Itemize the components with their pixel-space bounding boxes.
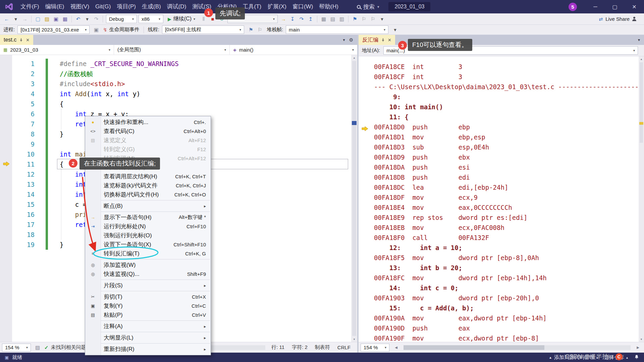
close-tab-icon[interactable]: ✕ xyxy=(388,38,391,43)
disassembly-line[interactable]: 00FA18D3 sub esp,0E4h xyxy=(359,142,639,152)
navigate-back-menu-icon[interactable]: ▾ xyxy=(12,15,20,23)
scrollbar-thumb[interactable] xyxy=(352,61,356,336)
line-indicator[interactable]: 行: 11 xyxy=(271,344,284,351)
disassembly-vertical-scrollbar[interactable]: ▴ ▾ xyxy=(639,56,644,342)
disassembly-line[interactable]: 00FA18E4 mov eax,0CCCCCCCCh xyxy=(359,202,639,213)
context-menu-item[interactable]: ⇥运行到光标处(N)Ctrl+F10 xyxy=(85,222,211,231)
disassembly-line[interactable]: 9: xyxy=(359,92,639,102)
disassembly-line[interactable]: 00FA18CF int 3 xyxy=(359,72,639,82)
menubar-item[interactable]: 调试(D) xyxy=(164,0,190,13)
scroll-up-icon[interactable]: ▴ xyxy=(639,57,644,61)
disassembly-line[interactable]: 00FA18CE int 3 xyxy=(359,62,639,72)
stackframe-dropdown[interactable]: main▾ xyxy=(286,25,388,34)
close-tab-icon[interactable]: ✕ xyxy=(26,38,30,43)
code-line[interactable]: 4int Add(int x, int y) xyxy=(0,89,351,99)
context-menu-item[interactable]: 片段(S)▸ xyxy=(85,281,211,290)
context-menu-item[interactable]: ◎快速监视(Q)...Shift+F9 xyxy=(85,269,211,279)
prev-bookmark-icon[interactable]: ⚐ xyxy=(360,15,368,23)
scrollbar-thumb[interactable] xyxy=(640,62,643,143)
code-line[interactable]: 2//函数栈帧 xyxy=(0,69,351,79)
disassembly-line[interactable]: 00FA18EB mov ecx,0FAC008h xyxy=(359,223,639,233)
disassembly-line[interactable]: 12: int a = 10; xyxy=(359,243,639,253)
lifecycle-events-button[interactable]: ↯ 生命周期事件 xyxy=(103,26,140,33)
scroll-right-icon[interactable]: ▶ xyxy=(634,344,642,352)
disassembly-line[interactable]: 00FA18D1 mov ebp,esp xyxy=(359,132,639,142)
show-threads-in-source-icon[interactable]: ⚑ xyxy=(247,26,255,34)
step-out-icon[interactable]: ↥ xyxy=(307,15,315,23)
context-menu-item[interactable]: 注释(A)▸ xyxy=(85,322,211,331)
pin-icon[interactable] xyxy=(19,38,23,42)
zoom-dropdown[interactable]: 154 %▾ xyxy=(361,344,389,352)
disassembly-line[interactable]: 10: int main() xyxy=(359,102,639,112)
solution-platform-dropdown[interactable]: x86▾ xyxy=(139,15,163,23)
document-health-indicator[interactable]: ✓ 未找到相关问题 xyxy=(44,344,86,351)
scroll-up-icon[interactable]: ▴ xyxy=(351,56,357,59)
tabs-indicator[interactable]: 制表符 xyxy=(315,344,330,351)
chevron-down-icon[interactable]: ▾ xyxy=(638,38,640,42)
toolbar-overflow-icon[interactable]: ▾ xyxy=(391,26,399,34)
step-into-icon[interactable]: ↧ xyxy=(288,15,297,23)
disassembly-line[interactable]: 00FA18D9 push ebx xyxy=(359,152,639,162)
context-menu-item[interactable]: 大纲显示(L)▸ xyxy=(85,333,211,342)
disassembly-line[interactable]: 00FA190D push eax xyxy=(359,323,639,333)
editor-vertical-scrollbar[interactable]: ▴ ▾ xyxy=(351,55,357,342)
disassembly-line[interactable]: 00FA18DA push esi xyxy=(359,162,639,172)
project-dropdown[interactable]: ▦ 2023_01_03 ▾ xyxy=(0,45,114,55)
disassembly-line[interactable]: 14: int c = 0; xyxy=(359,283,639,293)
context-menu-item[interactable]: →显示下一条语句(H)Alt+数字键 * xyxy=(85,213,211,222)
tab-test-c[interactable]: test.c ✕ xyxy=(0,35,33,45)
disassembly-line[interactable]: 13: int b = 20; xyxy=(359,263,639,273)
context-menu-item[interactable]: ✂剪切(T)Ctrl+X xyxy=(85,292,211,301)
code-line[interactable]: 1#define _CRT_SECURE_NO_WARNINGS xyxy=(0,59,351,69)
diagnostics-icon[interactable]: ▤ xyxy=(329,15,337,23)
flag-threads-icon[interactable]: ⚐ xyxy=(256,26,264,34)
disassembly-line[interactable]: 00FA18DF mov ecx,9 xyxy=(359,192,639,202)
pin-icon[interactable] xyxy=(381,38,385,42)
code-cleanup-broom-icon[interactable]: ▨ xyxy=(34,344,42,352)
minimize-button[interactable]: ─ xyxy=(586,0,605,13)
menubar-item[interactable]: 窗口(W) xyxy=(289,0,316,13)
context-menu-item[interactable]: ▤粘贴(P)Ctrl+V xyxy=(85,310,211,319)
scroll-down-icon[interactable]: ▾ xyxy=(351,338,357,341)
save-all-icon[interactable]: ▦ xyxy=(61,15,69,23)
disassembly-view[interactable]: 00FA18CE int 300FA18CF int 3--- C:\Users… xyxy=(359,56,644,342)
close-button[interactable]: ✕ xyxy=(625,0,644,13)
toolbar-overflow-icon[interactable]: ▾ xyxy=(378,15,386,23)
navigate-back-icon[interactable]: ← xyxy=(3,15,11,23)
disassembly-line[interactable]: 00FA18DB push edi xyxy=(359,172,639,182)
context-menu-item[interactable]: →设置下一条语句(X)Ctrl+Shift+F10 xyxy=(85,240,211,249)
live-share-button[interactable]: ⇄ Live Share xyxy=(599,16,637,22)
continue-button[interactable]: ▶ 继续(C) ▾ xyxy=(165,15,198,23)
zoom-dropdown[interactable]: 154 %▾ xyxy=(2,344,31,352)
context-menu-item[interactable]: 切换标题/代码文件(H)Ctrl+K, Ctrl+O xyxy=(85,190,211,199)
disassembly-line[interactable]: 15: c = Add(a, b); xyxy=(359,303,639,313)
undo-icon[interactable]: ↶ xyxy=(74,15,82,23)
code-line[interactable]: 5{ xyxy=(0,99,351,109)
disassembly-line[interactable]: 00FA18F0 call 00FA132F xyxy=(359,233,639,243)
process-dropdown[interactable]: [0x17F8] 2023_01_03.exe▾ xyxy=(17,25,90,34)
scope-dropdown[interactable]: (全局范围) ▾ xyxy=(114,45,230,55)
scroll-down-icon[interactable]: ▾ xyxy=(639,338,644,341)
next-bookmark-icon[interactable]: ⚐ xyxy=(369,15,377,23)
symbol-dropdown[interactable]: ◈ main() ▾ xyxy=(230,45,357,55)
solution-name-box[interactable]: 2023_01_03 xyxy=(388,2,430,11)
process-snapshot-icon[interactable]: ▣ xyxy=(92,26,100,34)
context-menu-item[interactable]: ≡转到反汇编(T)Ctrl+K, G xyxy=(85,249,211,258)
background-tasks-icon[interactable]: ▣ xyxy=(5,355,9,360)
notification-badge[interactable]: 5 xyxy=(569,3,577,11)
undo-menu-icon[interactable]: ▾ xyxy=(83,15,91,23)
context-menu-item[interactable]: ▣复制(Y)Ctrl+C xyxy=(85,301,211,310)
open-file-icon[interactable]: ▨ xyxy=(43,15,51,23)
new-file-icon[interactable]: ▢ xyxy=(34,15,42,23)
thread-dropdown[interactable]: [0x5FF8] 主线程▾ xyxy=(162,25,244,34)
menubar-item[interactable]: 视图(V) xyxy=(67,0,92,13)
chevron-down-icon[interactable]: ▾ xyxy=(343,38,345,42)
menubar-item[interactable]: 生成(B) xyxy=(139,0,164,13)
menubar-item[interactable]: 编辑(E) xyxy=(42,0,67,13)
context-menu-item[interactable]: <>查看代码(C)Ctrl+Alt+0 xyxy=(85,127,211,136)
breakpoints-window-icon[interactable]: ▦ xyxy=(320,15,328,23)
disassembly-line[interactable]: --- C:\Users\LX\Desktop\daima\2023_01_03… xyxy=(359,82,639,92)
disassembly-line[interactable]: 00FA18D0 push ebp xyxy=(359,122,639,132)
context-menu-item[interactable]: 重新扫描(R)▸ xyxy=(85,345,211,354)
bell-icon[interactable] xyxy=(634,354,639,361)
